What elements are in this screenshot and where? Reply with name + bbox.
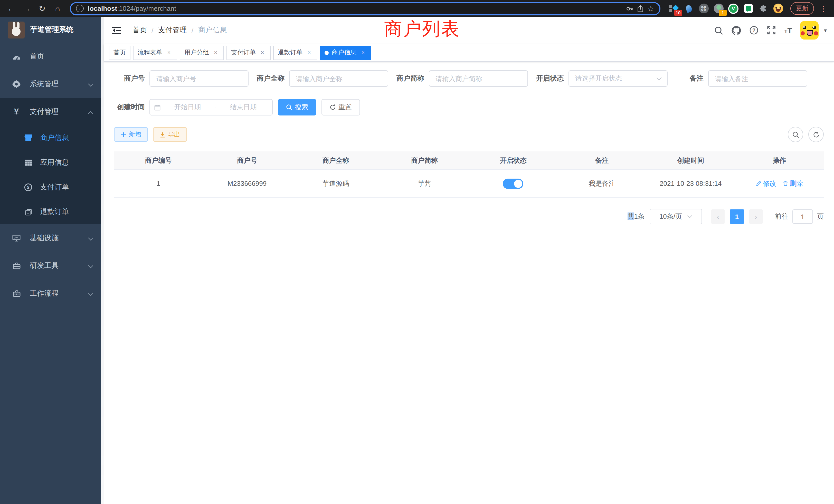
sidebar-item-refund-order[interactable]: 退款订单 — [0, 200, 101, 224]
sidebar-item-dev-tools[interactable]: 研发工具 — [0, 252, 101, 280]
sidebar-item-merchant-info[interactable]: 商户信息 — [0, 126, 101, 151]
vue-devtools-icon[interactable]: V — [728, 3, 739, 14]
sidebar-item-pay-order[interactable]: ¥ 支付订单 — [0, 175, 101, 200]
chevron-down-icon — [656, 77, 662, 80]
profile-emoji-icon[interactable] — [773, 3, 783, 14]
sidebar-item-system[interactable]: 系统管理 — [0, 70, 101, 98]
refresh-table-button[interactable] — [808, 127, 824, 142]
prev-page-button[interactable]: ‹ — [711, 209, 725, 224]
tab-merchant-info[interactable]: 商户信息× — [320, 45, 371, 60]
annotation-title: 商户列表 — [384, 17, 460, 41]
toggle-search-button[interactable] — [788, 127, 803, 142]
chevron-down-icon — [687, 215, 692, 218]
yen-circle-icon: ¥ — [23, 183, 34, 191]
page-content: 商户号 商户全称 商户简称 开启状态 请选择开启状态 — [104, 62, 834, 504]
refresh-icon — [330, 104, 336, 110]
avatar-caret-icon[interactable]: ▾ — [824, 27, 827, 33]
sidebar-toggle-icon[interactable] — [108, 26, 124, 35]
tab-pay-order[interactable]: 支付订单× — [226, 45, 271, 60]
refresh-icon — [813, 131, 819, 138]
breadcrumb-current: 商户信息 — [198, 26, 227, 35]
tags-view: 首页 流程表单× 用户分组× 支付订单× 退款订单× 商户信息× — [104, 44, 834, 62]
close-icon[interactable]: × — [306, 49, 313, 56]
header-search-icon[interactable] — [714, 26, 723, 35]
merchant-table: 商户编号 商户号 商户全称 商户简称 开启状态 备注 创建时间 操作 1 M23… — [114, 152, 824, 198]
delete-link[interactable]: 删除 — [783, 179, 803, 188]
app-title: 芋道管理系统 — [30, 25, 73, 35]
add-button[interactable]: 新增 — [114, 127, 148, 142]
help-icon[interactable]: ? — [749, 26, 759, 35]
tab-refund-order[interactable]: 退款订单× — [273, 45, 317, 60]
close-icon[interactable]: × — [166, 49, 173, 56]
fullscreen-icon[interactable] — [767, 26, 776, 35]
cell-actions: 修改 删除 — [735, 179, 824, 188]
remark-input[interactable] — [708, 70, 807, 87]
chrome-update-button[interactable]: 更新 — [790, 2, 814, 15]
extension-grid-icon[interactable]: 10 — [668, 3, 679, 14]
chevron-down-icon — [88, 234, 93, 242]
extension-chat-icon[interactable] — [743, 3, 753, 14]
text-size-icon[interactable]: TT — [784, 26, 792, 35]
toolbox-icon — [10, 290, 23, 297]
sidebar-scrollbar[interactable] — [101, 17, 104, 504]
chevron-down-icon — [88, 290, 93, 298]
status-toggle[interactable] — [503, 178, 524, 189]
bookmark-star-icon[interactable]: ☆ — [647, 4, 654, 13]
cell-create-time: 2021-10-23 08:31:14 — [646, 180, 735, 187]
goto-page-input[interactable] — [792, 209, 813, 224]
breadcrumb-home[interactable]: 首页 — [132, 26, 147, 35]
close-icon[interactable]: × — [259, 49, 266, 56]
browser-menu-icon[interactable]: ⋮ — [818, 4, 829, 13]
breadcrumb-pay[interactable]: 支付管理 — [158, 26, 187, 35]
merchant-no-input[interactable] — [150, 70, 248, 87]
page-size-select[interactable]: 10条/页 — [650, 209, 702, 224]
home-button[interactable]: ⌂ — [51, 2, 64, 15]
next-page-button[interactable]: › — [749, 209, 763, 224]
table-row: 1 M233666999 芋道源码 芋艿 我是备注 2021-10-23 08:… — [114, 170, 824, 198]
extension-command-icon[interactable]: ⌘ — [698, 3, 709, 14]
sidebar-item-workflow[interactable]: 工作流程 — [0, 280, 101, 307]
tab-home[interactable]: 首页 — [109, 45, 130, 60]
tab-user-group[interactable]: 用户分组× — [180, 45, 224, 60]
navbar-actions: ? TT ▾ — [714, 21, 827, 40]
page-number-1[interactable]: 1 — [730, 209, 744, 224]
address-bar[interactable]: i localhost:1024/pay/merchant ☆ — [70, 2, 660, 15]
forward-button[interactable]: → — [21, 2, 33, 15]
app-logo-image — [8, 21, 25, 38]
cell-short-name: 芋艿 — [380, 179, 469, 188]
short-name-input[interactable] — [429, 70, 528, 87]
user-avatar[interactable] — [800, 21, 819, 40]
svg-text:¥: ¥ — [27, 185, 29, 190]
sidebar-item-infra[interactable]: 基础设施 — [0, 224, 101, 252]
sidebar-item-app-info[interactable]: 应用信息 — [0, 151, 101, 175]
remark-label: 备注 — [673, 74, 704, 83]
back-button[interactable]: ← — [5, 2, 18, 15]
filter-row-2: 创建时间 开始日期 - 结束日期 搜索 重置 — [114, 99, 824, 115]
extensions-puzzle-icon[interactable] — [758, 3, 768, 14]
edit-link[interactable]: 修改 — [756, 179, 776, 188]
status-select[interactable]: 请选择开启状态 — [569, 70, 667, 87]
share-icon[interactable] — [637, 5, 643, 12]
extension-recorder-icon[interactable]: 1 — [713, 3, 724, 14]
site-info-icon[interactable]: i — [76, 5, 84, 12]
close-icon[interactable]: × — [212, 49, 219, 56]
yen-icon: ¥ — [10, 107, 23, 117]
app-logo-row[interactable]: 芋道管理系统 — [0, 17, 101, 43]
extension-badge: 10 — [674, 9, 682, 16]
sidebar-item-pay[interactable]: ¥ 支付管理 — [0, 98, 101, 126]
edit-icon — [756, 181, 761, 186]
extension-kite-icon[interactable] — [683, 3, 694, 14]
create-time-range-picker[interactable]: 开始日期 - 结束日期 — [150, 99, 273, 115]
full-name-input[interactable] — [289, 70, 388, 87]
close-icon[interactable]: × — [359, 49, 367, 56]
reload-button[interactable]: ↻ — [36, 2, 48, 15]
github-icon[interactable] — [731, 25, 741, 35]
search-button[interactable]: 搜索 — [278, 99, 316, 115]
sidebar-item-home[interactable]: 首页 — [0, 43, 101, 70]
store-icon — [23, 135, 34, 142]
reset-button[interactable]: 重置 — [322, 99, 360, 115]
merchant-no-label: 商户号 — [114, 74, 145, 83]
password-key-icon[interactable] — [626, 5, 633, 12]
tab-process-form[interactable]: 流程表单× — [133, 45, 177, 60]
export-button[interactable]: 导出 — [153, 127, 187, 142]
